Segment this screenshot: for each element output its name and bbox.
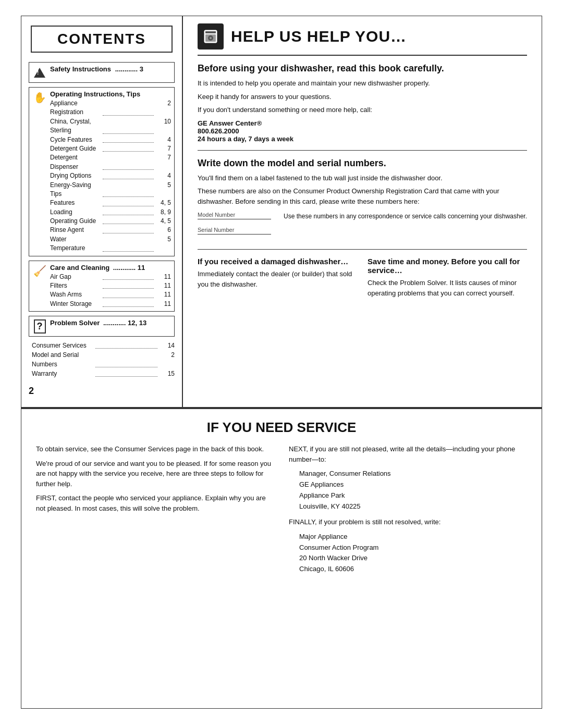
service-next-p: NEXT, if you are still not pleased, writ…: [289, 444, 527, 464]
warning-triangle-icon: [34, 68, 45, 78]
care-section: 🧹 Care and Cleaning ............ 11 Air …: [29, 261, 175, 312]
operating-items-list: Appliance Registration2 China, Crystal, …: [50, 99, 171, 253]
model-p1: You'll find them on a label fastened to …: [198, 173, 527, 183]
list-item: Detergent Guide7: [50, 144, 171, 153]
problem-section: ? Problem Solver ............ 12, 13: [29, 316, 175, 337]
list-item: Operating Guide4, 5: [50, 217, 171, 226]
problem-icon: ?: [32, 319, 47, 334]
address2-line4: Chicago, IL 60606: [299, 564, 527, 575]
safety-title-text: Safety Instructions: [50, 65, 111, 73]
model-p2: These numbers are also on the Consumer P…: [198, 186, 527, 206]
list-item: Consumer Services14: [32, 341, 175, 350]
problem-dots: ............: [103, 319, 126, 327]
list-item: Detergent Dispenser7: [50, 153, 171, 171]
hand-icon: ✋: [33, 91, 46, 104]
service-col-2: NEXT, if you are still not pleased, writ…: [289, 444, 527, 575]
address2-line1: Major Appliance: [299, 532, 527, 542]
service-heading: IF YOU NEED SERVICE: [36, 419, 527, 436]
model-heading: Write down the model and serial numbers.: [198, 158, 527, 169]
operating-icon: ✋: [32, 90, 47, 105]
ge-hours: 24 hours a day, 7 days a week: [198, 135, 527, 143]
serial-label: Serial Number: [198, 227, 234, 233]
operating-content: Operating Instructions, Tips Appliance R…: [50, 90, 171, 253]
safety-icon: [32, 65, 47, 80]
service-col-1: To obtain service, see the Consumer Serv…: [36, 444, 274, 575]
address2-line2: Consumer Action Program: [299, 542, 527, 553]
contents-header: CONTENTS: [31, 26, 173, 53]
service-columns: To obtain service, see the Consumer Serv…: [36, 444, 527, 575]
list-item: Energy-Saving Tips5: [50, 181, 171, 199]
list-item: Air Gap11: [50, 273, 171, 281]
svg-point-4: [210, 37, 212, 39]
ge-phone: 800.626.2000: [198, 127, 527, 135]
problem-page: 12, 13: [128, 319, 146, 327]
save-time-heading: Save time and money. Before you call for…: [368, 257, 527, 275]
list-item: Filters11: [50, 281, 171, 290]
serial-number-field: Serial Number: [198, 227, 271, 235]
help-header: HELP US HELP YOU…: [198, 16, 527, 56]
care-page: 11: [138, 264, 145, 272]
operating-row: ✋ Operating Instructions, Tips Appliance…: [29, 87, 175, 256]
model-label: Model Number: [198, 212, 235, 218]
page-number: 2: [21, 380, 182, 397]
service-p3: FIRST, contact the people who serviced y…: [36, 493, 274, 513]
left-column: CONTENTS Safety Instructions ...........…: [21, 16, 183, 407]
ge-label: GE Answer Center®: [198, 119, 527, 127]
service-p1: To obtain service, see the Consumer Serv…: [36, 444, 274, 454]
before-using-heading: Before using your dishwasher, read this …: [198, 63, 527, 74]
simple-items-list: Consumer Services14 Model and Serial Num…: [32, 341, 175, 378]
divider-2: [198, 249, 527, 250]
problem-content: Problem Solver ............ 12, 13: [50, 319, 171, 327]
safety-section: Safety Instructions ............ 3: [29, 62, 175, 83]
care-items-list: Air Gap11 Filters11 Wash Arms11 Winter S…: [50, 273, 171, 309]
safety-page: 3: [140, 65, 143, 73]
svg-rect-1: [205, 31, 216, 33]
list-item: Warranty15: [32, 369, 175, 378]
list-item: China, Crystal, Sterling10: [50, 117, 171, 135]
care-icon: 🧹: [32, 264, 47, 278]
before-using-p2: Keep it handy for answers to your questi…: [198, 92, 527, 102]
list-item: Loading8, 9: [50, 208, 171, 217]
list-item: Winter Storage11: [50, 300, 171, 309]
care-content: Care and Cleaning ............ 11 Air Ga…: [50, 264, 171, 309]
list-item: Appliance Registration2: [50, 99, 171, 117]
address1-line3: Appliance Park: [299, 490, 527, 501]
service-section: IF YOU NEED SERVICE To obtain service, s…: [21, 408, 542, 589]
ge-answer-center: GE Answer Center® 800.626.2000 24 hours …: [198, 119, 527, 143]
save-time-para: Check the Problem Solver. It lists cause…: [368, 278, 527, 298]
care-row: 🧹 Care and Cleaning ............ 11 Air …: [29, 261, 175, 312]
safety-dots: ............: [115, 65, 138, 73]
model-note: Use these numbers in any correspondence …: [284, 212, 527, 242]
service-p2: We're proud of our service and want you …: [36, 459, 274, 489]
list-item: Cycle Features4: [50, 135, 171, 144]
address2-line3: 20 North Wacker Drive: [299, 553, 527, 564]
address-2: Major Appliance Consumer Action Program …: [299, 532, 527, 575]
broom-icon: 🧹: [33, 265, 46, 277]
dishwasher-icon: [202, 28, 219, 45]
address1-line4: Louisville, KY 40225: [299, 501, 527, 512]
damaged-para: Immediately contact the dealer (or build…: [198, 269, 357, 289]
question-icon: ?: [34, 319, 46, 334]
page-wrapper: CONTENTS Safety Instructions ...........…: [21, 16, 542, 709]
model-section: Write down the model and serial numbers.…: [198, 158, 527, 242]
safety-row: Safety Instructions ............ 3: [29, 62, 175, 83]
help-title: HELP US HELP YOU…: [231, 28, 407, 45]
problem-row: ? Problem Solver ............ 12, 13: [29, 316, 175, 337]
address-1: Manager, Consumer Relations GE Appliance…: [299, 468, 527, 512]
right-column: HELP US HELP YOU… Before using your dish…: [183, 16, 542, 407]
list-item: Water Temperature5: [50, 235, 171, 253]
model-number-field: Model Number: [198, 212, 271, 219]
list-item: Rinse Agent6: [50, 226, 171, 235]
safety-title: Safety Instructions ............ 3: [50, 65, 143, 73]
damaged-col: If you received a damaged dishwasher… Im…: [198, 257, 357, 301]
care-title-text: Care and Cleaning: [50, 264, 109, 272]
list-item: Drying Options4: [50, 171, 171, 180]
list-item: Model and Serial Numbers2: [32, 350, 175, 369]
help-icon: [198, 23, 224, 50]
problem-title: Problem Solver ............ 12, 13: [50, 319, 146, 327]
care-title: Care and Cleaning ............ 11: [50, 264, 145, 272]
damaged-section: If you received a damaged dishwasher… Im…: [198, 257, 527, 301]
simple-section: Consumer Services14 Model and Serial Num…: [29, 341, 175, 378]
safety-content: Safety Instructions ............ 3: [50, 65, 171, 73]
damaged-heading: If you received a damaged dishwasher…: [198, 257, 357, 266]
